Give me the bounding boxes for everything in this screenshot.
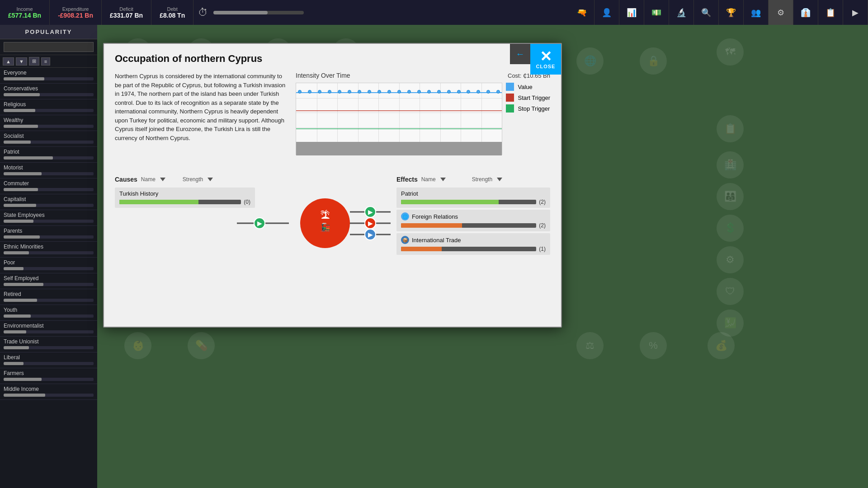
effects-strength-sort-icon[interactable] — [497, 178, 502, 181]
bg-icon-8: % — [640, 332, 667, 359]
pop-item-self-employed: Self Employed — [0, 273, 97, 289]
legend-start-label: Start Trigger — [518, 94, 550, 101]
pop-bar-fill — [4, 267, 24, 270]
pop-item-farmers: Farmers — [0, 368, 97, 384]
pop-item-name: Ethnic Minorities — [4, 244, 94, 250]
ctrl-grid-btn[interactable]: ⊞ — [29, 57, 39, 66]
pop-bar-fill — [4, 235, 40, 239]
income-value: £577.14 Bn — [8, 12, 41, 19]
causes-strength-sort-icon[interactable] — [208, 178, 213, 181]
popularity-list: Everyone Conservatives Religious Wealthy… — [0, 68, 97, 400]
svg-text:▶: ▶ — [257, 220, 262, 227]
chart-start-trigger-line — [296, 110, 502, 111]
cause-item-turkish-history: Turkish History (0) — [115, 188, 255, 208]
pop-bar-bg — [4, 251, 94, 254]
svg-text:▶: ▶ — [368, 208, 373, 216]
pop-item-name: Farmers — [4, 370, 94, 376]
ctrl-list-btn[interactable]: ≡ — [41, 57, 50, 66]
sidebar-search-input[interactable] — [4, 42, 94, 52]
causes-header: Causes Name Strength — [115, 176, 255, 183]
effects-name-col: Name — [421, 176, 436, 183]
chart-dot — [387, 90, 391, 94]
svg-text:▶: ▶ — [368, 231, 373, 238]
nav-money-icon[interactable]: 💵 — [644, 0, 669, 25]
close-button[interactable]: ✕ CLOSE — [530, 44, 561, 75]
effects-name-sort-icon[interactable] — [440, 178, 446, 181]
chart-dot — [476, 90, 480, 94]
pop-item-name: Retired — [4, 291, 94, 297]
foreign-bar-fill — [401, 223, 462, 228]
cause-name: Turkish History — [119, 190, 250, 197]
pop-item-name: Capitalist — [4, 196, 94, 202]
patriot-bar-fill — [401, 200, 499, 204]
nav-doc-icon[interactable]: 📋 — [818, 0, 843, 25]
effect-item-international-trade: 📦 International Trade (1) — [396, 233, 550, 255]
chart-dot — [457, 90, 461, 94]
pop-bar-fill — [4, 156, 53, 160]
pop-bar-bg — [4, 172, 94, 175]
policy-modal: ← ✕ CLOSE Occupation of northern Cyprus … — [103, 43, 562, 328]
bg-icon-16: 💹 — [717, 310, 744, 337]
modal-body: Northern Cyprus is considered by the int… — [115, 72, 550, 162]
cause-bar-fill — [119, 200, 198, 204]
bg-icon-18: 🏥 — [717, 151, 744, 178]
bg-icon-15: 🛡 — [717, 278, 744, 305]
effects-title: Effects — [396, 176, 418, 183]
pop-item-trade-unionist: Trade Unionist — [0, 337, 97, 352]
pop-bar-bg — [4, 314, 94, 318]
pop-item-conservatives: Conservatives — [0, 84, 97, 99]
deficit-value: £331.07 Bn — [110, 12, 143, 19]
pop-item-name: Poor — [4, 259, 94, 266]
nav-icons: 🔫 👤 📊 💵 🔬 🔍 🏆 👥 ⚙ 👔 📋 ▶ — [570, 0, 868, 25]
nav-profile-icon[interactable]: 👔 — [793, 0, 818, 25]
pop-item-name: Environmentalist — [4, 323, 94, 329]
pop-bar-fill — [4, 314, 31, 318]
nav-play-icon[interactable]: ▶ — [843, 0, 868, 25]
nav-military-icon[interactable]: 🔫 — [570, 0, 594, 25]
pop-bar-fill — [4, 141, 31, 144]
pop-item-ethnic-minorities: Ethnic Minorities — [0, 242, 97, 258]
foreign-bar-bg — [401, 223, 536, 228]
income-label: Income — [17, 6, 33, 12]
nav-chart-icon[interactable]: 📊 — [619, 0, 644, 25]
effects-header: Effects Name Strength — [396, 176, 550, 183]
chart-with-legend: Value Start Trigger Stop Trigger — [296, 83, 550, 155]
nav-settings-icon[interactable]: ⚙ — [769, 0, 793, 25]
ctrl-down-btn[interactable]: ▼ — [16, 57, 27, 66]
pop-bar-bg — [4, 267, 94, 270]
bg-icon-17: 📋 — [717, 115, 744, 142]
ctrl-up-btn[interactable]: ▲ — [3, 57, 14, 66]
causes-section: Causes Name Strength Turkish History (0) — [115, 176, 255, 210]
nav-search-icon[interactable]: 🔍 — [694, 0, 719, 25]
causes-name-sort-icon[interactable] — [160, 178, 165, 181]
deficit-stat: Deficit £331.07 Bn — [102, 0, 151, 25]
chart-footer — [296, 142, 502, 155]
pop-item-motorist: Motorist — [0, 163, 97, 178]
modal-title: Occupation of northern Cyprus — [115, 53, 550, 65]
nav-people-icon[interactable]: 👤 — [594, 0, 619, 25]
chart-header: Intensity Over Time Cost: ₵10.65 Bn — [296, 72, 550, 79]
legend-color-green — [506, 104, 514, 113]
debt-label: Debt — [167, 6, 178, 12]
pop-bar-bg — [4, 220, 94, 223]
pop-item-capitalist: Capitalist — [0, 194, 97, 210]
pop-item-socialist: Socialist — [0, 131, 97, 147]
chart-dot — [427, 90, 431, 94]
time-progress-fill — [213, 11, 268, 14]
nav-users-icon[interactable]: 👥 — [744, 0, 769, 25]
back-button[interactable]: ← — [510, 44, 530, 64]
nav-science-icon[interactable]: 🔬 — [669, 0, 694, 25]
pop-item-liberal: Liberal — [0, 352, 97, 368]
trade-bar-bg — [401, 247, 536, 251]
pop-bar-bg — [4, 378, 94, 381]
pop-bar-bg — [4, 156, 94, 160]
chart-dot — [417, 90, 421, 94]
bg-icon-7: ⚖ — [576, 332, 604, 359]
pop-item-name: Self Employed — [4, 275, 94, 282]
chart-dot — [447, 90, 451, 94]
chart-container — [296, 83, 502, 155]
nav-trophy-icon[interactable]: 🏆 — [719, 0, 744, 25]
chart-dot — [338, 90, 341, 94]
chart-dot — [486, 90, 490, 94]
pop-bar-fill — [4, 283, 43, 286]
